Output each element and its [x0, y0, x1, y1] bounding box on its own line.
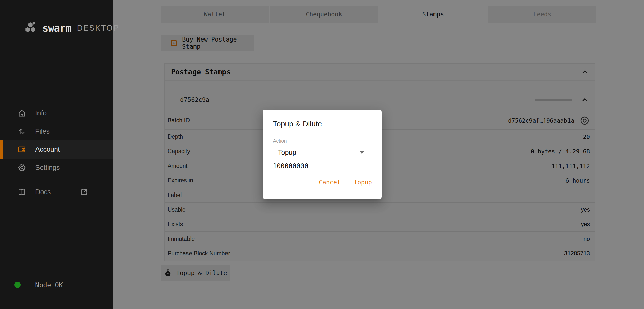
wallet-icon: [18, 145, 27, 154]
sidebar-item-account[interactable]: Account: [0, 140, 113, 159]
amount-input-value: 100000000: [273, 162, 308, 170]
sidebar-item-files[interactable]: Files: [0, 122, 113, 140]
dropdown-arrow-icon: [359, 151, 364, 154]
sidebar-item-label: Settings: [35, 164, 60, 172]
topup-dilute-modal: Topup & Dilute Action Topup 100000000 Ca…: [263, 110, 382, 199]
files-icon: [18, 127, 27, 136]
gear-icon: [18, 163, 27, 172]
action-select[interactable]: Topup: [273, 147, 372, 158]
modal-actions: Cancel Topup: [273, 179, 372, 186]
external-link-icon: [80, 188, 88, 196]
home-icon: [18, 109, 27, 118]
cancel-button[interactable]: Cancel: [319, 179, 341, 186]
amount-input[interactable]: 100000000: [273, 161, 372, 172]
book-icon: [18, 187, 27, 197]
sidebar-divider: [12, 180, 101, 180]
sidebar-item-label: Info: [35, 109, 47, 117]
logo-product-text: DESKTOP: [77, 24, 119, 33]
sidebar-item-docs[interactable]: Docs: [0, 183, 113, 201]
app-logo: swarm DESKTOP: [24, 21, 119, 35]
swarm-hexagons-icon: [24, 21, 38, 35]
sidebar-item-label: Docs: [35, 188, 51, 196]
node-status-label: Node OK: [35, 281, 63, 289]
action-select-value: Topup: [278, 149, 296, 157]
sidebar: swarm DESKTOP InfoFilesAccountSettingsDo…: [0, 0, 113, 309]
sidebar-item-label: Account: [35, 146, 60, 153]
text-cursor: [309, 162, 309, 170]
sidebar-item-settings[interactable]: Settings: [0, 159, 113, 177]
node-status: Node OK: [0, 271, 113, 309]
sidebar-item-label: Files: [35, 128, 50, 135]
node-status-dot: [14, 282, 21, 288]
topup-submit-button[interactable]: Topup: [354, 179, 372, 186]
sidebar-item-info[interactable]: Info: [0, 104, 113, 122]
action-field-label: Action: [273, 138, 372, 144]
modal-title: Topup & Dilute: [273, 120, 372, 128]
sidebar-nav: InfoFilesAccountSettingsDocs: [0, 104, 113, 201]
logo-brand-text: swarm: [42, 22, 71, 34]
